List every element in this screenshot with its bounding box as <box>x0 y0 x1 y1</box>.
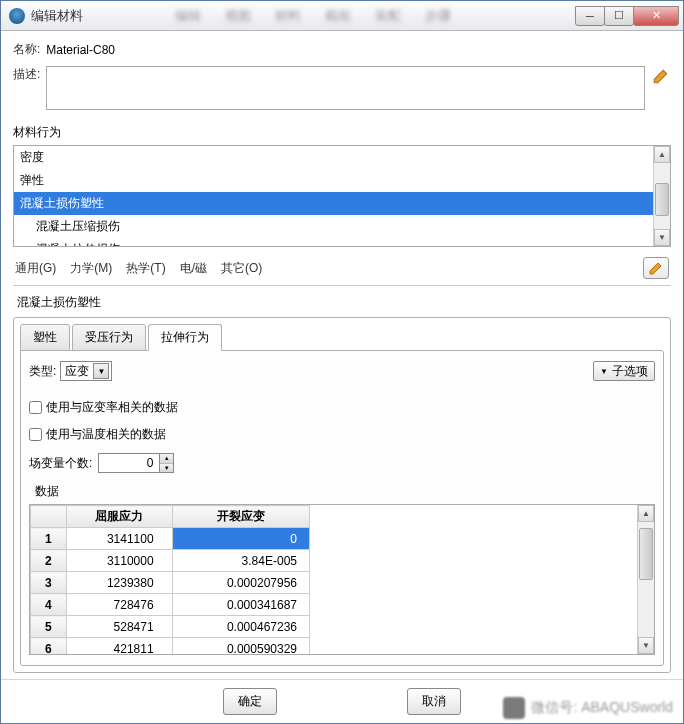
edit-behavior-button[interactable] <box>643 257 669 279</box>
name-label: 名称: <box>13 41 40 58</box>
behavior-item[interactable]: 混凝土压缩损伤 <box>14 215 653 238</box>
behaviors-label: 材料行为 <box>13 124 671 141</box>
table-cell[interactable]: 1239380 <box>66 572 172 594</box>
app-icon <box>9 8 25 24</box>
dialog-footer: 确定 取消 微信号: ABAQUSworld <box>1 679 683 723</box>
data-table-wrap: 屈服应力开裂应变 131411000231100003.84E-00531239… <box>29 504 655 655</box>
behavior-item[interactable]: 弹性 <box>14 169 653 192</box>
table-cell[interactable]: 0.000207956 <box>172 572 309 594</box>
wechat-icon <box>503 697 525 719</box>
table-scrollbar[interactable]: ▲ ▼ <box>637 505 654 654</box>
fieldvar-input[interactable] <box>99 454 159 472</box>
minimize-button[interactable]: ─ <box>575 6 605 26</box>
category-menubar: 通用(G) 力学(M) 热学(T) 电/磁 其它(O) <box>13 253 671 283</box>
fieldvar-label: 场变量个数: <box>29 455 92 472</box>
menu-thermal[interactable]: 热学(T) <box>126 260 165 277</box>
table-cell[interactable]: 421811 <box>66 638 172 656</box>
menu-other[interactable]: 其它(O) <box>221 260 262 277</box>
table-cell[interactable]: 0.000590329 <box>172 638 309 656</box>
menu-mechanical[interactable]: 力学(M) <box>70 260 112 277</box>
type-label: 类型: <box>29 363 56 380</box>
spin-up-button[interactable]: ▲ <box>160 454 173 464</box>
table-row[interactable]: 312393800.000207956 <box>31 572 310 594</box>
menu-general[interactable]: 通用(G) <box>15 260 56 277</box>
panel-title: 混凝土损伤塑性 <box>17 294 671 311</box>
pencil-icon <box>648 260 664 276</box>
close-button[interactable]: ✕ <box>633 6 679 26</box>
table-cell[interactable]: 3110000 <box>66 550 172 572</box>
tab[interactable]: 拉伸行为 <box>148 324 222 351</box>
table-cell[interactable]: 3.84E-005 <box>172 550 309 572</box>
behavior-item[interactable]: 混凝土拉伸损伤 <box>14 238 653 246</box>
table-cell[interactable]: 5 <box>31 616 67 638</box>
ok-button[interactable]: 确定 <box>223 688 277 715</box>
table-row[interactable]: 55284710.000467236 <box>31 616 310 638</box>
behaviors-scrollbar[interactable]: ▲ ▼ <box>653 146 670 246</box>
table-row[interactable]: 64218110.000590329 <box>31 638 310 656</box>
cancel-button[interactable]: 取消 <box>407 688 461 715</box>
table-cell[interactable]: 6 <box>31 638 67 656</box>
edit-description-button[interactable] <box>651 66 671 86</box>
rate-checkbox-input[interactable] <box>29 401 42 414</box>
window-title: 编辑材料 <box>31 7 165 25</box>
table-header[interactable]: 屈服应力 <box>66 506 172 528</box>
blurred-background-menu: 编辑视图 材料截面 装配步骤 <box>165 1 576 30</box>
scroll-down-button[interactable]: ▼ <box>654 229 670 246</box>
table-row[interactable]: 231100003.84E-005 <box>31 550 310 572</box>
spin-down-button[interactable]: ▼ <box>160 464 173 473</box>
dialog-window: 编辑材料 编辑视图 材料截面 装配步骤 ─ ☐ ✕ 名称: Material-C… <box>0 0 684 724</box>
fieldvar-spinbox[interactable]: ▲ ▼ <box>98 453 174 473</box>
table-cell[interactable]: 4 <box>31 594 67 616</box>
name-value: Material-C80 <box>46 43 115 57</box>
type-value: 应变 <box>65 363 89 380</box>
behavior-item[interactable]: 混凝土损伤塑性 <box>14 192 653 215</box>
tabs: 塑性受压行为拉伸行为 <box>20 324 664 351</box>
table-cell[interactable]: 3141100 <box>66 528 172 550</box>
table-header[interactable]: 开裂应变 <box>172 506 309 528</box>
table-cell[interactable]: 0.000467236 <box>172 616 309 638</box>
maximize-button[interactable]: ☐ <box>604 6 634 26</box>
table-cell[interactable]: 528471 <box>66 616 172 638</box>
data-table[interactable]: 屈服应力开裂应变 131411000231100003.84E-00531239… <box>30 505 310 655</box>
rate-dependent-checkbox[interactable]: 使用与应变率相关的数据 <box>29 399 655 416</box>
table-row[interactable]: 131411000 <box>31 528 310 550</box>
sub-options-button[interactable]: ▼ 子选项 <box>593 361 655 381</box>
scroll-down-button[interactable]: ▼ <box>638 637 654 654</box>
type-combobox[interactable]: 应变 ▼ <box>60 361 112 381</box>
menu-electromagnetic[interactable]: 电/磁 <box>180 260 207 277</box>
table-cell[interactable]: 0 <box>172 528 309 550</box>
table-row[interactable]: 47284760.000341687 <box>31 594 310 616</box>
table-cell[interactable]: 2 <box>31 550 67 572</box>
temp-dependent-checkbox[interactable]: 使用与温度相关的数据 <box>29 426 655 443</box>
description-input[interactable] <box>46 66 645 110</box>
behavior-item[interactable]: 密度 <box>14 146 653 169</box>
table-header[interactable] <box>31 506 67 528</box>
desc-label: 描述: <box>13 66 40 83</box>
scroll-up-button[interactable]: ▲ <box>638 505 654 522</box>
watermark: 微信号: ABAQUSworld <box>503 697 673 719</box>
titlebar[interactable]: 编辑材料 编辑视图 材料截面 装配步骤 ─ ☐ ✕ <box>1 1 683 31</box>
table-cell[interactable]: 3 <box>31 572 67 594</box>
scroll-up-button[interactable]: ▲ <box>654 146 670 163</box>
data-label: 数据 <box>35 483 655 500</box>
table-cell[interactable]: 728476 <box>66 594 172 616</box>
pencil-icon <box>652 67 670 85</box>
behaviors-listbox: 密度弹性混凝土损伤塑性混凝土压缩损伤混凝土拉伸损伤 ▲ ▼ <box>13 145 671 247</box>
table-cell[interactable]: 0.000341687 <box>172 594 309 616</box>
table-cell[interactable]: 1 <box>31 528 67 550</box>
chevron-down-icon: ▼ <box>93 363 109 379</box>
tab[interactable]: 受压行为 <box>72 324 146 351</box>
tab[interactable]: 塑性 <box>20 324 70 351</box>
temp-checkbox-input[interactable] <box>29 428 42 441</box>
